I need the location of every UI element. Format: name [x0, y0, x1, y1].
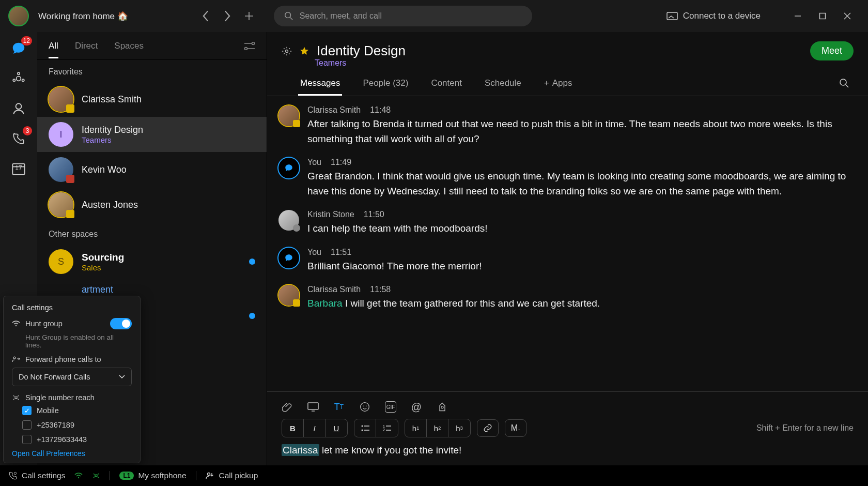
tab-all[interactable]: All [49, 34, 58, 58]
open-call-preferences-link[interactable]: Open Call Preferences [12, 449, 132, 458]
underline-button[interactable]: U [326, 419, 347, 437]
svg-point-27 [95, 475, 97, 477]
screen-capture-icon[interactable] [307, 401, 319, 413]
nav-back-icon[interactable] [196, 7, 215, 25]
svg-point-26 [78, 477, 79, 478]
unread-dot-icon [249, 259, 255, 265]
italic-button[interactable]: I [304, 419, 326, 437]
svg-point-15 [363, 406, 364, 407]
tab-people[interactable]: People (32) [363, 78, 408, 96]
rail-messaging-icon[interactable]: 12 [9, 39, 28, 58]
space-team[interactable]: Teamers [315, 58, 854, 68]
attach-icon[interactable] [282, 401, 293, 413]
message-input[interactable]: Clarissa let me know if you got the invi… [282, 445, 854, 456]
snr-icon [12, 394, 20, 401]
message-row: You11:51 Brilliant Giacomo! The more the… [278, 248, 853, 274]
tab-messages[interactable]: Messages [300, 78, 340, 96]
space-title: Identity Design [317, 43, 406, 59]
svg-point-7 [16, 103, 22, 109]
sidebar-item-identity-design[interactable]: I Identity Design Teamers [37, 117, 267, 152]
connect-device-button[interactable]: Connect to a device [667, 11, 761, 21]
call-pickup-button[interactable]: Call pickup [206, 471, 258, 480]
rail-calls-icon[interactable]: 3 [9, 129, 28, 148]
avatar[interactable] [278, 285, 299, 306]
bold-button[interactable]: B [282, 419, 304, 437]
hunt-group-toggle[interactable] [110, 318, 132, 329]
unread-dot-icon [249, 313, 255, 319]
sidebar-item-austen[interactable]: Austen Jones [37, 187, 267, 222]
message-row: Kristin Stone11:50 I can help the team w… [278, 210, 853, 236]
avatar [49, 157, 73, 182]
window-close-icon[interactable] [835, 7, 860, 25]
snr-status-icon[interactable] [92, 472, 100, 479]
svg-point-11 [286, 50, 288, 52]
svg-point-17 [441, 406, 443, 408]
hunt-status-icon[interactable] [74, 473, 83, 479]
gif-icon[interactable]: GIF [385, 401, 396, 413]
calendar-day: 17 [15, 164, 22, 172]
presence-status[interactable]: Working from home 🏠 [38, 11, 128, 22]
svg-point-4 [18, 72, 20, 74]
sidebar-item-kevin[interactable]: Kevin Woo [37, 152, 267, 187]
filter-icon[interactable] [244, 42, 255, 50]
h2-button[interactable]: h2 [427, 419, 448, 437]
rail-contacts-icon[interactable] [9, 99, 28, 118]
svg-rect-13 [308, 403, 318, 409]
snr-number2-checkbox[interactable] [22, 435, 32, 444]
h3-button[interactable]: h3 [448, 419, 470, 437]
wifi-icon [12, 321, 20, 327]
bullet-list-button[interactable] [354, 419, 376, 437]
svg-point-22 [16, 325, 17, 326]
formatting-icon[interactable]: TT [333, 401, 345, 413]
tab-schedule[interactable]: Schedule [485, 78, 521, 96]
avatar[interactable] [278, 210, 299, 231]
bitmoji-icon[interactable] [437, 401, 448, 413]
h1-button[interactable]: h1 [405, 419, 427, 437]
snr-number1-checkbox[interactable] [22, 420, 32, 430]
gear-icon[interactable] [282, 46, 292, 56]
softphone-button[interactable]: L1 My softphone [119, 471, 186, 480]
sidebar-item-clarissa[interactable]: Clarissa Smith [37, 82, 267, 117]
user-avatar[interactable] [8, 6, 29, 26]
emoji-icon[interactable] [359, 401, 370, 413]
avatar[interactable] [278, 105, 299, 126]
tab-direct[interactable]: Direct [75, 34, 98, 58]
mention[interactable]: Clarissa [282, 444, 319, 456]
sidebar-item-sourcing[interactable]: S Sourcing Sales [37, 244, 267, 279]
plus-icon[interactable] [240, 7, 258, 25]
call-settings-button[interactable]: Call settings [8, 471, 65, 480]
message-row: Clarissa Smith11:58 Barbara I will get t… [278, 285, 853, 311]
number-list-button[interactable]: 12 [376, 419, 398, 437]
link-button[interactable] [477, 419, 499, 437]
tab-content[interactable]: Content [431, 78, 462, 96]
svg-rect-1 [667, 12, 677, 20]
window-maximize-icon[interactable] [810, 7, 835, 25]
svg-point-28 [207, 473, 210, 476]
global-search-input[interactable]: Search, meet, and call [274, 6, 532, 26]
forward-select[interactable]: Do Not Forward Calls [12, 368, 132, 386]
avatar[interactable] [278, 158, 299, 178]
svg-point-0 [285, 12, 291, 18]
favorites-heading: Favorites [37, 60, 267, 82]
meet-button[interactable]: Meet [810, 41, 854, 60]
rail-teams-icon[interactable] [9, 69, 28, 88]
window-minimize-icon[interactable] [785, 7, 810, 25]
composer-hint: Shift + Enter for a new line [756, 423, 854, 433]
mention-icon[interactable]: @ [411, 401, 422, 413]
mention[interactable]: Barbara [307, 298, 343, 309]
tab-spaces[interactable]: Spaces [114, 34, 144, 58]
markdown-button[interactable]: M↓ [505, 419, 526, 437]
rail-calendar-icon[interactable]: 17 [9, 159, 28, 178]
svg-point-16 [366, 406, 367, 407]
avatar [49, 87, 73, 112]
svg-text:2: 2 [383, 428, 385, 432]
avatar[interactable] [278, 248, 299, 268]
svg-point-5 [22, 79, 24, 81]
avatar: I [49, 122, 73, 147]
tab-apps[interactable]: +Apps [544, 78, 572, 96]
nav-forward-icon[interactable] [218, 7, 237, 25]
svg-text:1: 1 [383, 424, 385, 428]
star-icon[interactable] [299, 46, 309, 56]
snr-mobile-checkbox[interactable]: ✓ [22, 406, 32, 415]
search-icon[interactable] [839, 78, 849, 90]
